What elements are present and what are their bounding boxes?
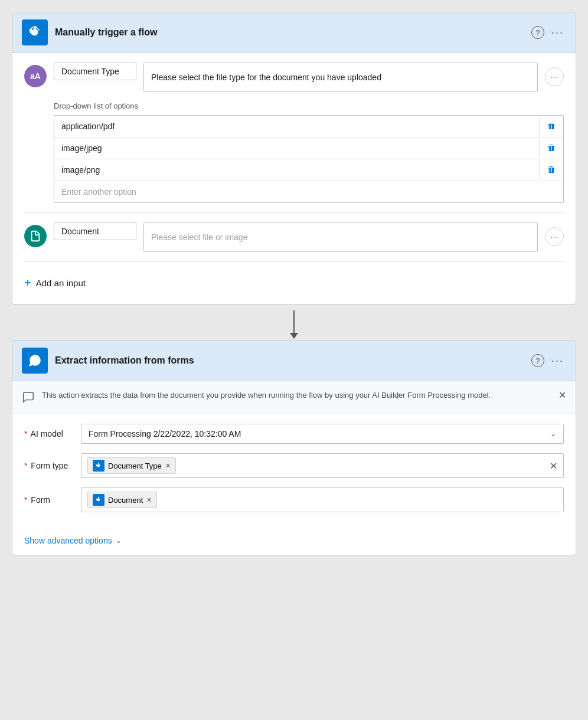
document-icon	[29, 230, 42, 243]
chat-icon	[22, 391, 35, 404]
divider-2	[24, 261, 564, 262]
form-type-label: * Form type	[24, 461, 71, 470]
divider-1	[24, 212, 564, 213]
dropdown-option-text: image/jpeg	[54, 138, 539, 159]
form-tag-close[interactable]: ✕	[146, 496, 152, 504]
plus-icon: +	[24, 276, 31, 290]
arrow-line	[293, 310, 295, 334]
delete-option-1-button[interactable]	[539, 117, 563, 136]
form-type-tag-icon	[93, 460, 104, 472]
advanced-options-chevron: ⌄	[116, 536, 122, 545]
top-card: Manually trigger a flow ? ··· aA Documen…	[12, 12, 576, 305]
dropdown-options-list: application/pdf image/jpeg	[54, 115, 564, 203]
form-row: * Form Document ✕	[24, 487, 564, 512]
dropdown-option-row: application/pdf	[54, 116, 563, 138]
dropdown-option-text: image/png	[54, 159, 539, 181]
document-row: Document Please select file or image ···	[24, 222, 564, 252]
delete-option-3-button[interactable]	[539, 161, 563, 179]
trash-icon-3	[547, 165, 556, 175]
form-type-chip-container: Document Type ✕ ✕	[81, 453, 564, 478]
bottom-card-actions: ? ···	[531, 352, 566, 369]
info-text: This action extracts the data from the d…	[42, 390, 551, 401]
dropdown-option-row: image/png	[54, 159, 563, 181]
more-dots-icon-4: ···	[551, 355, 564, 367]
form-type-clear-button[interactable]: ✕	[550, 460, 557, 472]
dropdown-placeholder-row[interactable]: Enter another option	[54, 181, 563, 202]
document-type-label: Document Type	[54, 63, 136, 80]
form-label: * Form	[24, 495, 71, 505]
top-card-body: aA Document Type Please select the file …	[12, 53, 576, 304]
form-tag-icon	[93, 494, 104, 506]
more-dots-icon-2: ···	[550, 72, 559, 81]
document-avatar	[24, 225, 47, 247]
form-type-tag: Document Type ✕	[87, 457, 176, 474]
trash-icon-1	[547, 122, 556, 131]
trash-icon-2	[547, 143, 556, 153]
page-container: Manually trigger a flow ? ··· aA Documen…	[12, 12, 576, 708]
ai-model-dropdown[interactable]: Form Processing 2/22/2022, 10:32:00 AM ⌄	[81, 424, 564, 444]
top-card-help-icon[interactable]: ?	[531, 26, 544, 39]
more-dots-icon-3: ···	[550, 232, 559, 241]
document-description: Please select file or image	[143, 222, 538, 252]
form-chip-container: Document ✕	[81, 487, 564, 512]
bottom-card-more-button[interactable]: ···	[549, 352, 566, 369]
add-input-label: Add an input	[36, 278, 86, 288]
top-card-header: Manually trigger a flow ? ···	[12, 12, 576, 53]
ai-model-row: * AI model Form Processing 2/22/2022, 10…	[24, 424, 564, 444]
form-fields: * AI model Form Processing 2/22/2022, 10…	[12, 414, 576, 531]
brain-icon-container	[22, 348, 48, 374]
trigger-icon	[22, 19, 48, 45]
bottom-card-header: Extract information from forms ? ···	[12, 341, 576, 381]
dropdown-placeholder-text: Enter another option	[54, 181, 563, 202]
document-type-row: aA Document Type Please select the file …	[24, 63, 564, 92]
required-star-3: *	[24, 495, 27, 505]
advanced-options-label: Show advanced options	[24, 536, 112, 545]
more-dots-icon: ···	[551, 27, 564, 39]
document-type-avatar: aA	[24, 65, 47, 87]
top-card-actions: ? ···	[531, 24, 566, 41]
required-star: *	[24, 429, 27, 438]
required-star-2: *	[24, 461, 27, 470]
document-more-button[interactable]: ···	[545, 227, 564, 246]
bottom-card: Extract information from forms ? ··· Thi…	[12, 340, 576, 555]
info-banner: This action extracts the data from the d…	[12, 381, 576, 414]
trigger-small-icon-2	[95, 496, 102, 503]
dropdown-section: Drop-down list of options application/pd…	[54, 102, 564, 203]
dropdown-option-text: application/pdf	[54, 116, 539, 137]
brain-icon	[27, 353, 43, 368]
document-type-more-button[interactable]: ···	[545, 67, 564, 86]
form-type-tag-close[interactable]: ✕	[165, 462, 171, 470]
show-advanced-options-button[interactable]: Show advanced options ⌄	[12, 531, 133, 555]
form-tag-label: Document	[108, 496, 143, 505]
arrow-connector	[293, 305, 295, 340]
info-chat-icon	[22, 391, 35, 405]
document-label: Document	[54, 222, 136, 240]
trigger-small-icon	[95, 462, 102, 469]
dropdown-label: Drop-down list of options	[54, 102, 564, 110]
form-type-row: * Form type Document Type ✕ ✕	[24, 453, 564, 478]
ai-model-value: Form Processing 2/22/2022, 10:32:00 AM	[89, 429, 550, 438]
top-card-title: Manually trigger a flow	[55, 27, 524, 38]
ai-model-label: * AI model	[24, 429, 71, 438]
top-card-more-button[interactable]: ···	[549, 24, 566, 41]
delete-option-2-button[interactable]	[539, 139, 563, 158]
dropdown-option-row: image/jpeg	[54, 138, 563, 159]
chevron-down-icon: ⌄	[550, 430, 556, 438]
document-type-description: Please select the file type for the docu…	[143, 63, 538, 92]
info-close-button[interactable]: ✕	[558, 390, 566, 401]
form-type-tag-label: Document Type	[108, 462, 162, 470]
bottom-card-title: Extract information from forms	[55, 355, 524, 366]
add-input-button[interactable]: + Add an input	[24, 271, 86, 294]
form-tag: Document ✕	[87, 492, 157, 508]
bottom-card-help-icon[interactable]: ?	[531, 354, 544, 367]
